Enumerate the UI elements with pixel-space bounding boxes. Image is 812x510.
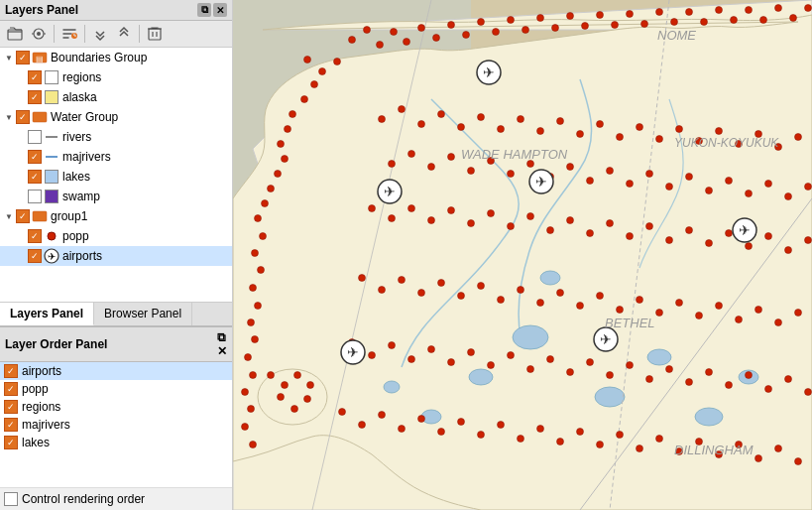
svg-text:✈: ✈ <box>384 184 396 199</box>
svg-point-159 <box>438 280 445 287</box>
svg-point-199 <box>765 386 772 393</box>
svg-point-229 <box>307 382 314 389</box>
svg-point-40 <box>493 29 500 36</box>
svg-point-135 <box>428 217 435 224</box>
checkbox-group1[interactable] <box>16 209 30 223</box>
order-checkbox-lakes[interactable] <box>4 436 18 449</box>
svg-point-198 <box>746 372 753 379</box>
order-item-airports[interactable]: airports <box>0 362 232 380</box>
svg-point-23 <box>595 387 625 407</box>
tree-item-popp[interactable]: popp <box>0 226 232 246</box>
order-checkbox-regions[interactable] <box>4 400 18 414</box>
svg-point-35 <box>418 25 425 32</box>
svg-point-26 <box>540 271 560 285</box>
tree-item-airports[interactable]: ✈ airports <box>0 246 232 266</box>
svg-point-110 <box>389 161 396 168</box>
svg-point-225 <box>795 458 802 465</box>
control-rendering-row[interactable]: Control rendering order <box>0 487 232 510</box>
tree-item-lakes[interactable]: lakes <box>0 167 232 187</box>
svg-point-209 <box>478 432 485 439</box>
checkbox-water[interactable] <box>16 110 30 124</box>
order-item-majrivers[interactable]: majrivers <box>0 416 232 434</box>
boundaries-group-label: Boundaries Group <box>51 51 147 64</box>
svg-point-2 <box>37 32 41 36</box>
tree-item-swamp[interactable]: swamp <box>0 187 232 206</box>
tab-layers[interactable]: Layers Panel <box>0 303 94 325</box>
filter-button[interactable] <box>28 23 50 45</box>
svg-point-116 <box>508 171 515 178</box>
order-item-regions[interactable]: regions <box>0 398 232 416</box>
checkbox-airports[interactable] <box>28 249 42 263</box>
tree-item-alaska[interactable]: alaska <box>0 87 232 107</box>
control-rendering-checkbox[interactable] <box>4 492 18 506</box>
svg-point-70 <box>282 156 289 163</box>
svg-point-192 <box>627 362 634 369</box>
checkbox-rivers[interactable] <box>28 130 42 144</box>
expand-all-button[interactable] <box>89 23 111 45</box>
group-icon-group1 <box>32 208 48 224</box>
layer-order-list[interactable]: airports popp regions majrivers lakes <box>0 362 232 487</box>
group-icon-boundaries: ▤ <box>32 50 48 65</box>
tree-item-majrivers[interactable]: majrivers <box>0 147 232 167</box>
layers-tree[interactable]: ▼ ▤ Boundaries Group regions <box>0 48 232 302</box>
svg-point-43 <box>537 15 544 22</box>
collapse-all-button[interactable] <box>113 23 135 45</box>
svg-point-160 <box>458 293 465 300</box>
svg-point-145 <box>627 233 634 240</box>
order-checkbox-airports[interactable] <box>4 364 18 378</box>
tree-group-group1[interactable]: ▼ group1 <box>0 206 232 226</box>
tree-item-regions[interactable]: regions <box>0 67 232 87</box>
open-layer-button[interactable] <box>4 23 26 45</box>
svg-point-74 <box>255 215 262 222</box>
tree-item-rivers[interactable]: rivers <box>0 127 232 147</box>
svg-point-58 <box>760 17 767 24</box>
close-icon[interactable]: ✕ <box>213 3 227 17</box>
svg-point-154 <box>805 237 812 244</box>
order-checkbox-popp[interactable] <box>4 382 18 396</box>
checkbox-popp[interactable] <box>28 229 42 243</box>
order-lakes-label: lakes <box>22 436 50 449</box>
svg-point-144 <box>607 220 614 227</box>
map-area[interactable]: ✈ ✈ ✈ ✈ ✈ <box>233 0 812 510</box>
svg-point-39 <box>478 19 485 26</box>
svg-point-59 <box>775 5 782 12</box>
checkbox-boundaries[interactable] <box>16 51 30 64</box>
svg-point-129 <box>765 181 772 188</box>
tree-group-boundaries[interactable]: ▼ ▤ Boundaries Group <box>0 48 232 67</box>
checkbox-majrivers[interactable] <box>28 150 42 164</box>
svg-point-52 <box>671 19 678 26</box>
water-group-label: Water Group <box>51 110 118 124</box>
svg-point-28 <box>695 408 723 426</box>
svg-point-202 <box>339 409 346 416</box>
float-icon[interactable]: ⧉ <box>197 3 211 17</box>
icon-airports: ✈ <box>44 248 59 264</box>
close-icon-order[interactable]: ✕ <box>217 344 227 358</box>
svg-point-211 <box>518 436 524 443</box>
svg-point-230 <box>278 394 285 401</box>
svg-point-191 <box>607 372 614 379</box>
svg-point-89 <box>399 106 406 113</box>
svg-point-164 <box>537 300 544 307</box>
checkbox-swamp[interactable] <box>28 190 42 203</box>
svg-point-166 <box>577 303 584 310</box>
svg-point-109 <box>795 134 802 141</box>
checkbox-lakes[interactable] <box>28 170 42 184</box>
filter-legend-button[interactable] <box>58 23 80 45</box>
svg-text:✈: ✈ <box>483 64 495 80</box>
left-panel: Layers Panel ⧉ ✕ <box>0 0 233 510</box>
order-item-popp[interactable]: popp <box>0 380 232 398</box>
svg-point-55 <box>716 7 723 14</box>
float-icon-order[interactable]: ⧉ <box>217 330 227 344</box>
order-item-lakes[interactable]: lakes <box>0 434 232 451</box>
svg-point-44 <box>552 25 559 32</box>
svg-point-25 <box>384 381 400 393</box>
svg-point-133 <box>389 215 396 222</box>
checkbox-regions[interactable] <box>28 70 42 84</box>
tree-group-water[interactable]: ▼ Water Group <box>0 107 232 127</box>
remove-layer-button[interactable] <box>144 23 166 45</box>
checkbox-alaska[interactable] <box>28 90 42 104</box>
order-checkbox-majrivers[interactable] <box>4 418 18 432</box>
tab-browser[interactable]: Browser Panel <box>94 303 192 325</box>
spacer-airports <box>14 249 28 263</box>
layers-panel-titlebar: Layers Panel ⧉ ✕ <box>0 0 232 21</box>
